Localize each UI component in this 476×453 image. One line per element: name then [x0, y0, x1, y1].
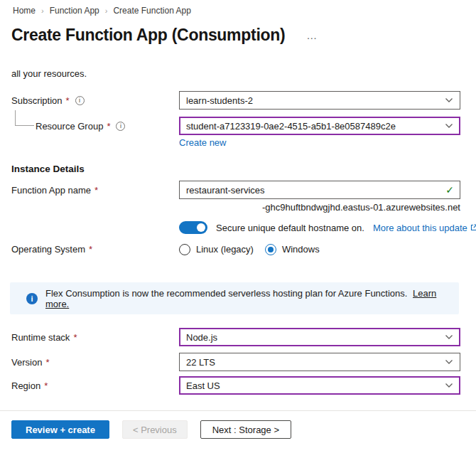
- version-label: Version: [11, 357, 42, 368]
- subscription-row: Subscription * learn-students-2: [11, 91, 460, 110]
- page-title: Create Function App (Consumption): [11, 26, 285, 45]
- function-app-name-label: Function App name: [11, 185, 91, 196]
- info-badge-icon: [26, 293, 38, 304]
- function-app-name-field: [179, 181, 460, 199]
- more-options-icon[interactable]: …: [303, 29, 320, 41]
- secure-hostname-text: Secure unique default hostname on.: [216, 223, 364, 233]
- breadcrumb-home[interactable]: Home: [13, 6, 36, 16]
- required-asterisk: *: [66, 95, 70, 106]
- resource-group-label: Resource Group: [36, 121, 103, 132]
- radio-windows[interactable]: Windows: [265, 244, 320, 255]
- radio-icon: [179, 244, 190, 255]
- external-link-icon: [470, 223, 476, 232]
- flex-consumption-banner: Flex Consumption is now the recommended …: [10, 282, 459, 314]
- region-label-cell: Region *: [11, 380, 179, 391]
- version-label-cell: Version *: [11, 357, 179, 368]
- secure-hostname-row: Secure unique default hostname on. More …: [179, 221, 460, 234]
- radio-selected-icon: [265, 244, 276, 255]
- banner-message: Flex Consumption is now the recommended …: [45, 288, 407, 299]
- project-details-group: Subscription * learn-students-2 Resource…: [11, 91, 460, 148]
- resource-group-row: Resource Group * student-a7123319-0ae2-4…: [11, 117, 460, 135]
- subscription-label-cell: Subscription *: [11, 95, 179, 106]
- region-value: East US: [186, 380, 220, 391]
- group-connector-line: [15, 110, 34, 126]
- required-asterisk: *: [73, 332, 77, 343]
- region-row: Region * East US: [11, 376, 460, 395]
- resource-group-label-cell: Resource Group *: [11, 121, 179, 132]
- region-label: Region: [11, 380, 40, 391]
- version-value: 22 LTS: [186, 357, 215, 368]
- form-content: all your resources. Subscription * learn…: [11, 68, 460, 395]
- runtime-stack-dropdown[interactable]: Node.js: [179, 328, 460, 346]
- info-icon[interactable]: [75, 96, 85, 105]
- more-about-update-link[interactable]: More about this update: [373, 223, 467, 233]
- required-asterisk: *: [44, 380, 48, 391]
- review-create-button[interactable]: Review + create: [11, 420, 109, 439]
- hostname-suffix: -ghc9huftbndwgjhd.eastus-01.azurewebsite…: [11, 202, 460, 213]
- operating-system-label-cell: Operating System *: [11, 244, 179, 255]
- runtime-stack-row: Runtime stack * Node.js: [11, 328, 460, 346]
- subscription-value: learn-students-2: [186, 95, 253, 106]
- required-asterisk: *: [89, 244, 92, 255]
- required-asterisk: *: [107, 121, 110, 132]
- chevron-down-icon: [445, 383, 453, 388]
- intro-text: all your resources.: [11, 68, 460, 79]
- create-new-link[interactable]: Create new: [179, 137, 226, 148]
- operating-system-radio-group: Linux (legacy) Windows: [179, 244, 320, 255]
- subscription-label: Subscription: [11, 95, 63, 106]
- required-asterisk: *: [45, 357, 49, 368]
- breadcrumb-create-function-app[interactable]: Create Function App: [113, 6, 190, 16]
- radio-windows-label: Windows: [282, 244, 320, 255]
- info-icon[interactable]: [116, 122, 125, 131]
- banner-text: Flex Consumption is now the recommended …: [45, 288, 459, 309]
- breadcrumb: Home › Function App › Create Function Ap…: [0, 0, 476, 16]
- chevron-down-icon: [445, 123, 453, 129]
- breadcrumb-function-app[interactable]: Function App: [50, 6, 99, 16]
- radio-linux-label: Linux (legacy): [196, 244, 254, 255]
- function-app-name-input[interactable]: [180, 181, 460, 198]
- wizard-footer: Review + create < Previous Next : Storag…: [0, 410, 476, 439]
- version-row: Version * 22 LTS: [11, 353, 460, 371]
- operating-system-row: Operating System * Linux (legacy) Window…: [11, 243, 460, 255]
- chevron-down-icon: [445, 334, 453, 340]
- breadcrumb-separator: ›: [41, 6, 44, 15]
- subscription-dropdown[interactable]: learn-students-2: [179, 91, 460, 110]
- instance-details-heading: Instance Details: [11, 164, 460, 174]
- runtime-stack-label-cell: Runtime stack *: [11, 332, 179, 343]
- breadcrumb-separator: ›: [105, 6, 108, 15]
- required-asterisk: *: [94, 185, 98, 196]
- next-storage-button[interactable]: Next : Storage >: [200, 420, 291, 439]
- runtime-stack-value: Node.js: [186, 332, 217, 343]
- radio-linux-legacy[interactable]: Linux (legacy): [179, 244, 254, 255]
- resource-group-dropdown[interactable]: student-a7123319-0ae2-4515-a5b1-8e058748…: [179, 117, 460, 135]
- toggle-knob: [197, 223, 205, 232]
- region-dropdown[interactable]: East US: [179, 376, 460, 395]
- chevron-down-icon: [445, 97, 453, 103]
- version-dropdown[interactable]: 22 LTS: [179, 353, 460, 371]
- create-function-app-page: Home › Function App › Create Function Ap…: [0, 0, 476, 453]
- chevron-down-icon: [445, 359, 453, 365]
- operating-system-label: Operating System: [11, 244, 85, 255]
- runtime-stack-label: Runtime stack: [11, 332, 70, 343]
- resource-group-value: student-a7123319-0ae2-4515-a5b1-8e058748…: [186, 121, 396, 132]
- valid-checkmark-icon: [445, 184, 454, 196]
- function-app-name-row: Function App name *: [11, 181, 460, 199]
- title-row: Create Function App (Consumption) …: [11, 24, 476, 46]
- secure-hostname-toggle[interactable]: [179, 221, 207, 234]
- previous-button[interactable]: < Previous: [122, 420, 188, 439]
- function-app-name-label-cell: Function App name *: [11, 185, 179, 196]
